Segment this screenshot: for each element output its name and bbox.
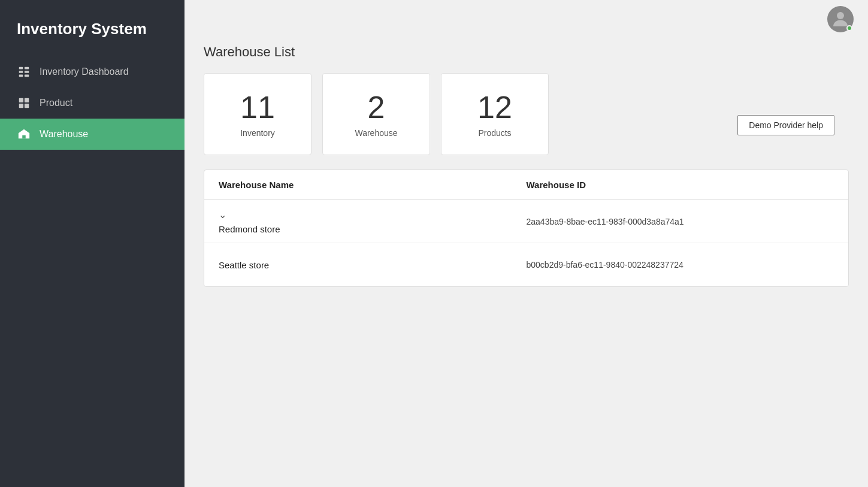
warehouse-name: Redmond store [219, 224, 527, 234]
sidebar-item-label: Inventory Dashboard [40, 66, 129, 77]
svg-point-11 [837, 12, 844, 19]
sidebar-item-label: Warehouse [40, 129, 88, 140]
stat-number-inventory: 11 [240, 90, 275, 125]
stat-card-products: 12 Products [441, 73, 549, 155]
table-row[interactable]: ⌄ Redmond store 2aa43ba9-8bae-ec11-983f-… [204, 200, 848, 243]
sidebar-item-label: Product [40, 98, 72, 108]
content-area: Warehouse List Demo Provider help 11 Inv… [185, 38, 868, 487]
svg-rect-9 [25, 104, 29, 108]
row-id-cell: b00cb2d9-bfa6-ec11-9840-002248237724 [527, 259, 834, 270]
help-button[interactable]: Demo Provider help [737, 115, 834, 135]
app-title: Inventory System [0, 0, 185, 56]
topbar [185, 0, 868, 38]
row-id-cell: 2aa43ba9-8bae-ec11-983f-000d3a8a74a1 [527, 216, 834, 227]
page-title: Warehouse List [204, 44, 849, 60]
svg-rect-4 [25, 71, 29, 73]
table-header: Warehouse Name Warehouse ID [204, 170, 848, 200]
stat-card-warehouse: 2 Warehouse [322, 73, 430, 155]
sidebar-item-warehouse[interactable]: Warehouse [0, 119, 185, 150]
row-name-cell: ⌄ Redmond store [219, 209, 527, 234]
dashboard-icon [17, 65, 31, 79]
svg-rect-7 [25, 98, 29, 102]
top-area: Warehouse List Demo Provider help [204, 44, 849, 60]
svg-rect-0 [19, 67, 23, 69]
main-content: Warehouse List Demo Provider help 11 Inv… [185, 0, 868, 487]
svg-rect-3 [25, 67, 29, 69]
warehouse-icon [17, 127, 31, 141]
svg-rect-8 [19, 104, 23, 108]
stats-row: 11 Inventory 2 Warehouse 12 Products [204, 73, 849, 155]
warehouse-table: Warehouse Name Warehouse ID ⌄ Redmond st… [204, 170, 849, 287]
sidebar-item-inventory-dashboard[interactable]: Inventory Dashboard [0, 56, 185, 87]
stat-label-warehouse: Warehouse [355, 128, 397, 138]
col-header-id: Warehouse ID [527, 180, 834, 190]
warehouse-id: b00cb2d9-bfa6-ec11-9840-002248237724 [527, 260, 683, 270]
svg-rect-1 [19, 71, 23, 73]
chevron-down-icon: ⌄ [219, 209, 527, 220]
warehouse-id: 2aa43ba9-8bae-ec11-983f-000d3a8a74a1 [527, 217, 684, 226]
sidebar: Inventory System Inventory Dashboard [0, 0, 185, 487]
svg-rect-2 [19, 74, 23, 77]
col-header-name: Warehouse Name [219, 180, 527, 190]
svg-rect-6 [19, 98, 23, 102]
sidebar-nav: Inventory Dashboard Product Warehouse [0, 56, 185, 150]
stat-label-products: Products [478, 128, 511, 138]
warehouse-name: Seattle store [219, 260, 527, 270]
stat-label-inventory: Inventory [240, 128, 275, 138]
svg-rect-5 [25, 74, 29, 77]
sidebar-item-product[interactable]: Product [0, 87, 185, 119]
user-avatar[interactable] [827, 6, 854, 32]
stat-card-inventory: 11 Inventory [204, 73, 311, 155]
stat-number-warehouse: 2 [368, 90, 385, 125]
svg-rect-10 [22, 135, 26, 139]
stat-number-products: 12 [477, 90, 512, 125]
avatar-status-dot [846, 25, 852, 31]
table-row[interactable]: Seattle store b00cb2d9-bfa6-ec11-9840-00… [204, 243, 848, 286]
product-icon [17, 96, 31, 110]
row-name-cell: Seattle store [219, 260, 527, 270]
